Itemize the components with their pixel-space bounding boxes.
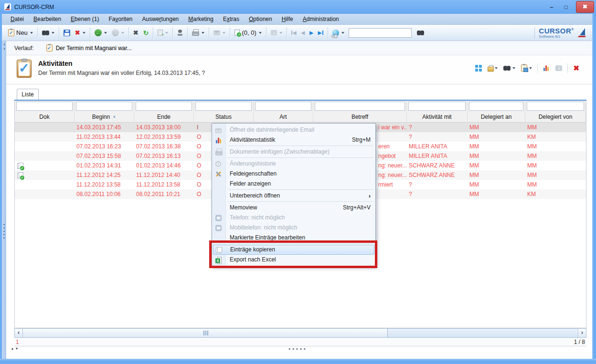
back-button[interactable]: ← — [92, 27, 109, 39]
dropdown-caret-icon[interactable] — [341, 32, 344, 34]
context-menu-item-markierte-einträge-bearbeiten[interactable]: Markierte Einträge bearbeiten — [212, 233, 375, 243]
splitter-grip[interactable]: ••••• — [2, 223, 6, 240]
person-search-button[interactable] — [330, 27, 347, 39]
chart-icon — [215, 137, 222, 143]
dropdown-caret-icon[interactable] — [529, 67, 532, 69]
context-menu-item-felder-anzeigen[interactable]: Felder anzeigen — [212, 179, 375, 189]
window-border-bottom — [0, 359, 596, 364]
menu-hilfe[interactable]: Hilfe — [277, 14, 298, 24]
vertical-splitter[interactable]: ‹ › ••••• — [2, 41, 6, 359]
column-header-status[interactable]: Status — [194, 112, 254, 123]
dropdown-caret-icon[interactable] — [121, 32, 124, 34]
delete-button[interactable]: ✖ — [73, 27, 88, 39]
dropdown-caret-icon[interactable] — [495, 67, 498, 69]
column-header-aktivitaet_mit[interactable]: Aktivität mit — [407, 112, 468, 123]
menu-marketing[interactable]: Marketing — [183, 14, 218, 24]
close-button[interactable]: ✖ — [576, 1, 594, 13]
cancel-button[interactable]: ✖ — [131, 27, 141, 39]
cell-delegiert-an: MM — [468, 151, 525, 161]
cell-ende: 11.12.2012 14:40 — [134, 170, 194, 180]
dropdown-caret-icon[interactable] — [279, 32, 282, 34]
context-menu-item-label: Feldeigenschaften — [230, 169, 371, 179]
context-menu-item-feldeigenschaften[interactable]: Feldeigenschaften — [212, 169, 375, 179]
dropdown-caret-icon[interactable] — [512, 67, 515, 69]
menu-administration[interactable]: Administration — [298, 14, 344, 24]
dropdown-caret-icon[interactable] — [52, 32, 54, 34]
counter-button[interactable]: (0, 0) — [232, 27, 264, 39]
column-header-dok[interactable]: Dok — [15, 112, 74, 123]
filter-input-status[interactable] — [195, 102, 252, 111]
stamp-button[interactable] — [175, 27, 185, 39]
menu-favoriten[interactable]: Favoriten — [104, 14, 137, 24]
menu-extras[interactable]: Extras — [218, 14, 244, 24]
context-menu-item-aktivitätenstatistik[interactable]: AktivitätenstatistikStrg+M — [212, 135, 375, 145]
filter-input-aktivitaet_mit[interactable] — [408, 102, 466, 111]
dropdown-caret-icon[interactable] — [223, 32, 225, 34]
nav-next-button[interactable]: ▶ — [307, 27, 316, 39]
lock-button[interactable] — [486, 63, 499, 73]
context-menu-separator — [228, 189, 373, 190]
filter-input-delegiert_von[interactable] — [527, 102, 584, 111]
column-header-art[interactable]: Art — [254, 112, 313, 123]
refresh-button[interactable]: ↻ — [141, 27, 151, 39]
search-button[interactable] — [40, 27, 57, 39]
find-button[interactable] — [415, 27, 426, 39]
statistics-button[interactable] — [542, 63, 551, 73]
menu-bearbeiten[interactable]: Bearbeiten — [29, 14, 66, 24]
nav-last-button[interactable]: ▶ — [316, 27, 326, 39]
filter-input-art[interactable] — [255, 102, 311, 111]
context-menu-item-label: Export nach Excel — [230, 255, 371, 265]
dropdown-caret-icon[interactable] — [202, 32, 204, 34]
print-button[interactable] — [190, 27, 207, 39]
dropdown-caret-icon[interactable] — [165, 32, 168, 34]
filter-input-dok[interactable] — [16, 102, 73, 111]
filter-input-delegiert_an[interactable] — [469, 102, 523, 111]
save-button[interactable] — [61, 27, 73, 39]
row-count: 1 — [16, 339, 19, 345]
minimize-button[interactable]: – — [544, 2, 559, 12]
context-menu-item-einträge-kopieren[interactable]: Einträge kopieren — [213, 245, 374, 255]
dropdown-caret-icon[interactable] — [30, 32, 33, 34]
context-menu-separator — [228, 243, 373, 244]
printer-gray-icon — [215, 150, 223, 155]
menu-auswertungen[interactable]: Auswertungen — [138, 14, 184, 24]
filter-input-betreff[interactable] — [315, 102, 405, 111]
scroll-right-button[interactable]: › — [578, 329, 586, 337]
maximize-button[interactable]: □ — [559, 2, 573, 12]
column-header-beginn[interactable]: Beginn▼ — [74, 112, 134, 123]
horizontal-splitter-grip[interactable]: ••••• — [0, 346, 596, 352]
dropdown-caret-icon[interactable] — [104, 32, 107, 34]
filter-input-beginn[interactable] — [76, 102, 132, 111]
scrollbar-thumb[interactable] — [23, 329, 388, 337]
filter-input-ende[interactable] — [136, 102, 192, 111]
history-entry[interactable]: Der Termin mit Magnani war... — [46, 44, 132, 52]
close-button[interactable]: ✖ — [572, 63, 581, 73]
menu-optionen[interactable]: Optionen — [244, 14, 277, 24]
filter-cell-art — [254, 101, 313, 112]
context-menu-item-änderungshistorie: Änderungshistorie — [212, 159, 375, 169]
toolbar-search-input[interactable] — [349, 28, 412, 38]
column-header-ende[interactable]: Ende — [134, 112, 194, 123]
column-header-delegiert_von[interactable]: Delegiert von — [525, 112, 586, 123]
find-button[interactable] — [502, 64, 517, 72]
context-menu-item-memoview[interactable]: MemoviewStrg+Alt+V — [212, 203, 375, 213]
horizontal-scrollbar[interactable]: ‹ › — [14, 328, 586, 338]
menu-ebenen-1-[interactable]: Ebenen (1) — [66, 14, 104, 24]
context-menu-item-export-nach-excel[interactable]: Export nach Excel — [212, 255, 375, 265]
dropdown-caret-icon[interactable] — [259, 32, 262, 34]
column-header-betreff[interactable]: Betreff — [313, 112, 407, 123]
copy-view-button[interactable] — [520, 63, 533, 73]
tiles-button[interactable] — [474, 63, 483, 73]
splitter-collapse-right-icon[interactable]: › — [2, 47, 6, 51]
history-entry-label: Der Termin mit Magnani war... — [56, 45, 132, 52]
menu-datei[interactable]: Datei — [6, 14, 29, 24]
dropdown-caret-icon[interactable] — [83, 32, 85, 34]
cell-delegiert-an: MM — [468, 180, 525, 189]
context-menu-item-unterbereich-öffnen[interactable]: Unterbereich öffnen› — [212, 191, 375, 201]
new-button[interactable]: Neu — [6, 27, 35, 39]
column-header-delegiert_an[interactable]: Delegiert an — [468, 112, 525, 123]
tab-liste[interactable]: Liste — [17, 89, 39, 100]
excel-icon — [215, 257, 222, 263]
scroll-left-button[interactable]: ‹ — [15, 329, 23, 337]
app-logo-icon — [4, 3, 11, 10]
